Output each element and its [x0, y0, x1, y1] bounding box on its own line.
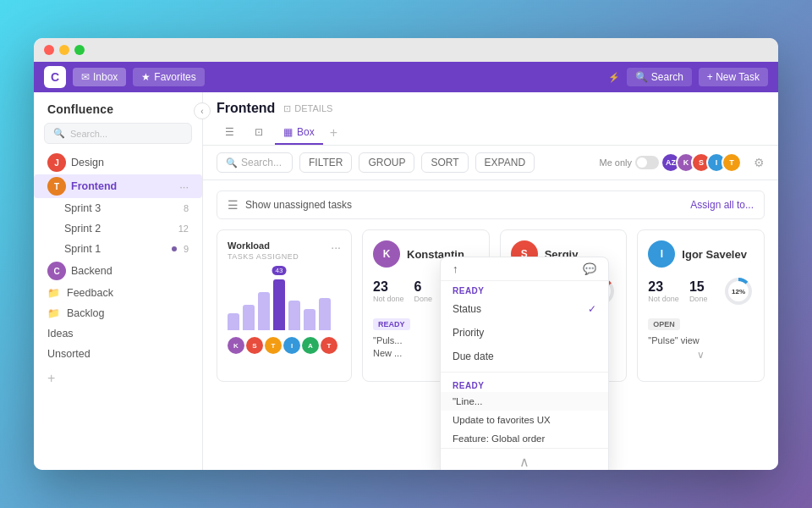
group-button[interactable]: GROUP [359, 152, 414, 173]
tab-list[interactable]: ☰ [217, 121, 243, 145]
wl-avatar-a: A [302, 337, 319, 354]
priority-label: Priority [453, 327, 484, 339]
frontend-more-icon[interactable]: ··· [179, 180, 189, 193]
bar-2 [243, 305, 255, 330]
task-item-1[interactable]: "Pulse" view [648, 335, 754, 345]
me-only-label: Me only [599, 157, 632, 168]
sidebar-item-ideas[interactable]: Ideas [34, 323, 202, 344]
sidebar-title: Confluence [34, 99, 202, 123]
folder-icon: 📁 [47, 287, 60, 299]
sidebar-item-backend-row[interactable]: C Backend [34, 259, 202, 283]
content-header: Frontend ⊡ DETAILS ☰ ⊡ ▦ Box [203, 92, 778, 146]
sidebar-collapse-button[interactable]: ‹ [194, 102, 211, 119]
expand-button[interactable]: EXPAND [475, 152, 535, 173]
bar-6 [304, 309, 315, 330]
workload-more-button[interactable]: ··· [331, 240, 341, 254]
avatar-c: C [47, 262, 66, 280]
sidebar-item-design-row[interactable]: J Design [34, 151, 202, 174]
minimize-dot[interactable] [59, 45, 69, 55]
gear-button[interactable]: ⚙ [754, 156, 765, 169]
filter-button[interactable]: FILTER [299, 152, 352, 173]
sidebar-item-unsorted[interactable]: Unsorted [34, 344, 202, 364]
bar-5 [288, 301, 300, 330]
top-nav: C ✉ Inbox ★ Favorites ⚡ 🔍 Search + New T… [34, 62, 778, 92]
wl-avatar-t2: T [321, 337, 337, 354]
new-task-label: + New Task [707, 71, 760, 83]
dropdown-status-item[interactable]: Status ✓ [441, 297, 608, 321]
person-header: I Igor Savelev [648, 240, 754, 268]
dropdown-task-2[interactable]: Update to favorites UX [441, 411, 608, 429]
stat-not-done: 23 Not done [373, 279, 404, 303]
add-tab-button[interactable]: + [326, 125, 341, 141]
folder-icon: 📁 [47, 307, 60, 319]
lightning-icon[interactable]: ⚡ [608, 72, 620, 83]
sidebar-item-sprint1[interactable]: Sprint 1 9 [34, 239, 202, 259]
unassigned-banner: ☰ Show unassigned tasks Assign all to... [217, 190, 765, 219]
list-icon: ☰ [225, 126, 234, 138]
sidebar-item-frontend: Frontend [71, 180, 174, 192]
content-tabs: ☰ ⊡ ▦ Box + [217, 121, 765, 145]
tab-board[interactable]: ⊡ [246, 121, 272, 145]
sidebar-item-frontend-row[interactable]: T Frontend ··· [34, 174, 202, 198]
stat-done: 15 Done [689, 279, 708, 303]
chevron-up-icon: ∧ [519, 454, 529, 470]
content-area: Frontend ⊡ DETAILS ☰ ⊡ ▦ Box [203, 92, 778, 470]
person-card-igor: I Igor Savelev 23 Not done 15 Done [637, 229, 765, 382]
sort-label: SORT [431, 157, 458, 168]
inbox-button[interactable]: ✉ Inbox [73, 68, 126, 86]
wl-avatar-i: I [283, 337, 300, 354]
sidebar-item-backlog[interactable]: 📁 Backlog [34, 303, 202, 323]
inbox-label: Inbox [93, 71, 118, 83]
toggle-knob [637, 157, 647, 168]
close-dot[interactable] [44, 45, 54, 55]
new-task-button[interactable]: + New Task [699, 68, 768, 86]
dropdown-priority-item[interactable]: Priority [441, 321, 608, 345]
bar-badge: 43 [272, 266, 287, 275]
bar-7 [319, 298, 331, 330]
chat-icon: 💬 [583, 262, 596, 275]
dropdown-task-1[interactable]: "Line... [441, 392, 608, 411]
due-date-label: Due date [453, 351, 494, 362]
maximize-dot[interactable] [74, 45, 85, 55]
sidebar-item-sprint2[interactable]: Sprint 2 12 [34, 218, 202, 239]
dropdown-sort-header: READY [441, 281, 608, 297]
page-title: Frontend [217, 101, 275, 116]
plus-icon: + [47, 371, 55, 386]
dropdown-task-3[interactable]: Feature: Global order [441, 429, 608, 448]
workload-card: Workload TASKS ASSIGNED ··· 43 [217, 229, 352, 382]
avatar-t: T [47, 177, 66, 196]
bar-chart: 43 [228, 271, 341, 330]
card-more-button[interactable]: ∨ [648, 349, 754, 361]
sort-button[interactable]: SORT [421, 152, 468, 173]
dropdown-footer[interactable]: ∧ [441, 448, 608, 470]
unassigned-text: Show unassigned tasks [245, 199, 352, 211]
workload-subtitle: TASKS ASSIGNED [228, 252, 299, 261]
tab-box[interactable]: ▦ Box [275, 121, 323, 145]
sidebar-item-design: Design [71, 157, 189, 168]
toolbar-search[interactable]: 🔍 Search... [217, 152, 293, 173]
bar-4-highlighted: 43 [273, 279, 285, 330]
sidebar-item-feedback[interactable]: 📁 Feedback [34, 283, 202, 303]
sidebar-search[interactable]: 🔍 Search... [44, 123, 192, 144]
dropdown-ready-header: READY [441, 376, 608, 392]
chevron-down-icon: ∨ [697, 349, 705, 361]
dropdown-duedate-item[interactable]: Due date [441, 345, 608, 368]
app-logo[interactable]: C [44, 66, 66, 88]
search-placeholder: Search... [241, 157, 282, 168]
dropdown-menu: ↑ 💬 READY Status ✓ Priority Due date [440, 257, 609, 470]
sidebar-item-sprint3[interactable]: Sprint 3 8 [34, 198, 202, 218]
sidebar-item-backend: Backend [71, 265, 189, 277]
sidebar-add-button[interactable]: + [34, 364, 202, 393]
details-link[interactable]: ⊡ DETAILS [283, 103, 332, 114]
toolbar-avatars[interactable]: AZ K S I T [666, 152, 742, 173]
stat-not-done: 23 Not done [648, 279, 679, 303]
search-button[interactable]: 🔍 Search [627, 68, 692, 86]
group-label: GROUP [368, 157, 405, 168]
assign-all-button[interactable]: Assign all to... [690, 199, 754, 211]
wl-avatar-s: S [246, 337, 263, 354]
favorites-label: Favorites [154, 71, 195, 83]
toggle-switch[interactable] [635, 156, 659, 169]
avatar-j: J [47, 153, 66, 172]
dropdown-sort-icons: ↑ 💬 [441, 257, 608, 281]
favorites-button[interactable]: ★ Favorites [133, 68, 204, 86]
